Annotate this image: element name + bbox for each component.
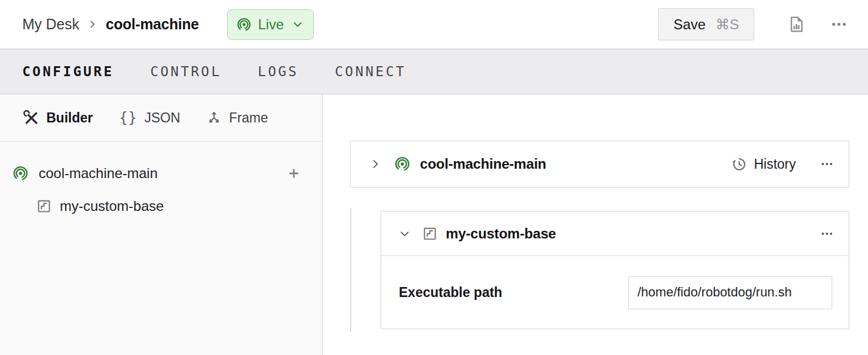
tab-logs[interactable]: LOGS: [258, 64, 299, 79]
machine-status-dropdown[interactable]: Live: [227, 9, 314, 40]
component-card-header: my-custom-base: [381, 211, 849, 256]
breadcrumb: My Desk cool-machine: [22, 16, 199, 33]
chevron-down-icon: [292, 19, 303, 30]
view-tab-builder[interactable]: Builder: [23, 110, 93, 126]
live-broadcast-icon: [236, 17, 252, 32]
component-overflow-menu-button[interactable]: [822, 233, 832, 235]
live-part-icon: [12, 165, 29, 182]
component-card: my-custom-base Executable path: [381, 211, 849, 329]
tree-item-main-part[interactable]: cool-machine-main: [0, 157, 322, 190]
breadcrumb-parent-link[interactable]: My Desk: [22, 16, 79, 33]
part-title: cool-machine-main: [420, 156, 546, 172]
machine-nav-tabs: CONFIGURE CONTROL LOGS CONNECT: [0, 49, 868, 94]
machine-metrics-button[interactable]: [787, 15, 805, 33]
component-card-body: Executable path: [381, 256, 849, 329]
tree-child-label: my-custom-base: [60, 198, 164, 214]
executable-path-input[interactable]: [628, 276, 832, 309]
component-title: my-custom-base: [446, 226, 556, 242]
frame-axes-icon: [206, 110, 222, 125]
save-button[interactable]: Save ⌘S: [658, 8, 754, 40]
component-collapse-toggle[interactable]: [399, 228, 411, 240]
status-label: Live: [258, 16, 284, 33]
builder-label: Builder: [46, 110, 93, 126]
breadcrumb-machine-name: cool-machine: [106, 16, 199, 33]
config-main-panel: cool-machine-main History: [323, 94, 868, 355]
breadcrumb-chevron-icon: [87, 19, 97, 29]
header-actions: Save ⌘S: [658, 8, 846, 40]
builder-tools-icon: [23, 110, 39, 126]
machine-config-page: My Desk cool-machine Live Save ⌘: [0, 0, 868, 355]
page-header: My Desk cool-machine Live Save ⌘: [0, 0, 868, 49]
resource-tree: cool-machine-main my-custom-base: [0, 142, 322, 221]
chevron-down-icon: [399, 228, 411, 240]
ellipsis-icon: [832, 23, 835, 26]
save-label: Save: [673, 16, 706, 33]
base-component-icon: [36, 199, 52, 214]
executable-path-label: Executable path: [399, 285, 502, 301]
tree-item-base-component[interactable]: my-custom-base: [0, 191, 322, 221]
tree-connector-line: [350, 208, 351, 332]
save-shortcut-hint: ⌘S: [716, 16, 739, 33]
part-expand-toggle[interactable]: [369, 158, 381, 170]
config-view-switcher: Builder {} JSON Frame: [0, 94, 322, 142]
history-label: History: [754, 156, 796, 172]
header-overflow-menu-button[interactable]: [832, 23, 846, 26]
report-document-icon: [787, 15, 805, 33]
tab-control[interactable]: CONTROL: [150, 64, 221, 79]
part-overflow-menu-button[interactable]: [822, 163, 832, 165]
frame-label: Frame: [229, 110, 267, 126]
part-card: cool-machine-main History: [350, 141, 849, 187]
configure-content: Builder {} JSON Frame: [0, 94, 868, 355]
tree-root-label: cool-machine-main: [39, 165, 158, 182]
view-tab-json[interactable]: {} JSON: [119, 110, 180, 126]
ellipsis-icon: [822, 233, 824, 235]
tab-connect[interactable]: CONNECT: [335, 64, 406, 79]
json-braces-icon: {}: [119, 110, 137, 126]
history-button[interactable]: History: [731, 156, 796, 172]
base-component-icon: [422, 226, 438, 241]
history-clock-icon: [731, 156, 747, 172]
config-sidebar: Builder {} JSON Frame: [0, 94, 323, 355]
ellipsis-icon: [822, 163, 824, 165]
tab-configure[interactable]: CONFIGURE: [22, 64, 114, 79]
add-component-button[interactable]: [286, 165, 302, 182]
view-tab-frame[interactable]: Frame: [206, 110, 267, 126]
live-part-icon: [394, 156, 411, 172]
json-label: JSON: [144, 110, 180, 126]
chevron-right-icon: [369, 158, 381, 170]
